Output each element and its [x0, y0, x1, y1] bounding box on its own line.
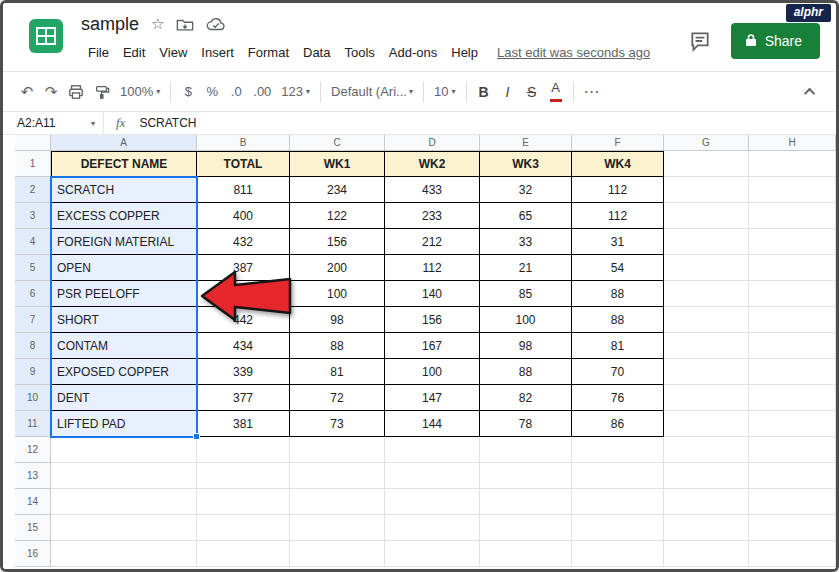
cell-G16[interactable] [664, 541, 749, 567]
row-header-14[interactable]: 14 [15, 489, 51, 515]
cell-D8[interactable]: 167 [385, 333, 480, 359]
cell-C7[interactable]: 98 [290, 307, 385, 333]
cell-A12[interactable] [51, 437, 197, 463]
cell-E3[interactable]: 65 [480, 203, 572, 229]
row-header-1[interactable]: 1 [15, 151, 51, 177]
menu-tools[interactable]: Tools [337, 42, 381, 63]
cell-B1[interactable]: TOTAL [197, 151, 290, 177]
star-icon[interactable]: ☆ [151, 15, 164, 33]
share-button[interactable]: Share [731, 23, 820, 59]
cell-D11[interactable]: 144 [385, 411, 480, 437]
cell-A8[interactable]: CONTAM [51, 333, 197, 359]
cell-E14[interactable] [480, 489, 572, 515]
cell-F1[interactable]: WK4 [572, 151, 664, 177]
cell-D16[interactable] [385, 541, 480, 567]
cell-G9[interactable] [664, 359, 749, 385]
row-header-5[interactable]: 5 [15, 255, 51, 281]
cell-C5[interactable]: 200 [290, 255, 385, 281]
cell-A14[interactable] [51, 489, 197, 515]
increase-decimal-button[interactable]: .00 [248, 79, 276, 105]
cell-C12[interactable] [290, 437, 385, 463]
cell-F5[interactable]: 54 [572, 255, 664, 281]
cell-B6[interactable]: 413 [197, 281, 290, 307]
cell-F8[interactable]: 81 [572, 333, 664, 359]
cell-F7[interactable]: 88 [572, 307, 664, 333]
cell-A16[interactable] [51, 541, 197, 567]
column-header-C[interactable]: C [290, 135, 385, 151]
cell-C6[interactable]: 100 [290, 281, 385, 307]
redo-button[interactable]: ↷ [39, 79, 63, 105]
cell-A11[interactable]: LIFTED PAD [51, 411, 197, 437]
row-header-6[interactable]: 6 [15, 281, 51, 307]
row-header-15[interactable]: 15 [15, 515, 51, 541]
cell-A7[interactable]: SHORT [51, 307, 197, 333]
row-header-3[interactable]: 3 [15, 203, 51, 229]
cell-D13[interactable] [385, 463, 480, 489]
cell-H7[interactable] [749, 307, 836, 333]
cell-D3[interactable]: 233 [385, 203, 480, 229]
cell-H4[interactable] [749, 229, 836, 255]
menu-insert[interactable]: Insert [194, 42, 241, 63]
cell-A1[interactable]: DEFECT NAME [51, 151, 197, 177]
cell-D15[interactable] [385, 515, 480, 541]
cell-G14[interactable] [664, 489, 749, 515]
cell-A9[interactable]: EXPOSED COPPER [51, 359, 197, 385]
cell-F11[interactable]: 86 [572, 411, 664, 437]
cell-H6[interactable] [749, 281, 836, 307]
print-button[interactable] [63, 79, 89, 105]
cell-B11[interactable]: 381 [197, 411, 290, 437]
cell-B7[interactable]: 442 [197, 307, 290, 333]
cell-H5[interactable] [749, 255, 836, 281]
cell-E11[interactable]: 78 [480, 411, 572, 437]
row-header-10[interactable]: 10 [15, 385, 51, 411]
cell-C14[interactable] [290, 489, 385, 515]
column-header-D[interactable]: D [385, 135, 480, 151]
cell-E12[interactable] [480, 437, 572, 463]
cell-B8[interactable]: 434 [197, 333, 290, 359]
cell-E2[interactable]: 32 [480, 177, 572, 203]
cell-F6[interactable]: 88 [572, 281, 664, 307]
cell-B14[interactable] [197, 489, 290, 515]
cell-H3[interactable] [749, 203, 836, 229]
cell-H1[interactable] [749, 151, 836, 177]
cell-E1[interactable]: WK3 [480, 151, 572, 177]
cloud-status-icon[interactable] [206, 17, 226, 32]
cell-C4[interactable]: 156 [290, 229, 385, 255]
cell-B13[interactable] [197, 463, 290, 489]
document-title[interactable]: sample [81, 14, 139, 35]
cell-C1[interactable]: WK1 [290, 151, 385, 177]
cell-G8[interactable] [664, 333, 749, 359]
cell-H14[interactable] [749, 489, 836, 515]
column-header-F[interactable]: F [572, 135, 664, 151]
cell-E7[interactable]: 100 [480, 307, 572, 333]
cell-A2[interactable]: SCRATCH [51, 177, 197, 203]
font-size-select[interactable]: 10 ▾ [429, 79, 460, 105]
bold-button[interactable]: B [472, 79, 496, 105]
cell-G7[interactable] [664, 307, 749, 333]
cell-E9[interactable]: 88 [480, 359, 572, 385]
cell-D5[interactable]: 112 [385, 255, 480, 281]
cell-B15[interactable] [197, 515, 290, 541]
cell-G6[interactable] [664, 281, 749, 307]
cell-G11[interactable] [664, 411, 749, 437]
cell-H12[interactable] [749, 437, 836, 463]
column-header-A[interactable]: A [51, 135, 197, 151]
row-header-11[interactable]: 11 [15, 411, 51, 437]
cell-B2[interactable]: 811 [197, 177, 290, 203]
cell-E4[interactable]: 33 [480, 229, 572, 255]
cell-H16[interactable] [749, 541, 836, 567]
cell-A5[interactable]: OPEN [51, 255, 197, 281]
cell-B9[interactable]: 339 [197, 359, 290, 385]
cell-C9[interactable]: 81 [290, 359, 385, 385]
cell-C13[interactable] [290, 463, 385, 489]
cell-E16[interactable] [480, 541, 572, 567]
cell-C16[interactable] [290, 541, 385, 567]
cell-B16[interactable] [197, 541, 290, 567]
cell-F13[interactable] [572, 463, 664, 489]
cell-E8[interactable]: 98 [480, 333, 572, 359]
menu-edit[interactable]: Edit [116, 42, 152, 63]
cell-G13[interactable] [664, 463, 749, 489]
zoom-select[interactable]: 100% ▾ [115, 79, 165, 105]
cell-B3[interactable]: 400 [197, 203, 290, 229]
cell-H8[interactable] [749, 333, 836, 359]
